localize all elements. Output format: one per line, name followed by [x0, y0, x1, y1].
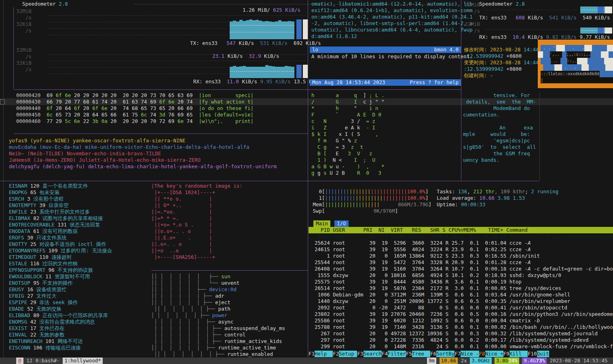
- ssh-randomart-pane: |The key's randomart image is: |+---[DSA…: [151, 183, 243, 260]
- htop-tab-io[interactable]: I/O: [334, 220, 349, 227]
- tx-stats-line-right: TX: ens33 608 KiB/s 541 KiB/s 540 KiB/s: [479, 15, 610, 21]
- fold-marker-icon[interactable]: −: [0, 99, 5, 104]
- rx-avg-bar: [296, 65, 302, 78]
- fn-key-f7[interactable]: F7: [454, 351, 461, 357]
- cmatrix-pane: h a q ] ; L ./ G I c j " "* h " i nF ` A…: [311, 92, 385, 176]
- status-item[interactable]: @: [16, 358, 23, 364]
- ansi-art-image: . . ':kd . .',..;,,:c::;,....::,. . .:::…: [538, 40, 613, 88]
- rx-max-bar: [303, 65, 308, 78]
- status-item[interactable]: 12: [26, 358, 32, 364]
- pane-separator-horizontal-4: [151, 270, 308, 271]
- fn-label-f7[interactable]: Nice -: [461, 351, 479, 357]
- speedometer-left-title: Speedometer 2.8: [22, 1, 68, 7]
- bmon-help-hint[interactable]: Press ? for help: [410, 79, 459, 86]
- fn-label-f5[interactable]: Tree: [412, 351, 430, 357]
- htop-tab-main[interactable]: Main: [313, 220, 330, 227]
- pane-border: [13, 7, 14, 89]
- errno-pane: EISNAM 120 是一个有名类型文件ENOPKG 65 包未安装ESRCH …: [9, 183, 112, 351]
- htop-process-table[interactable]: 2298 root 20 0 52944 47924 3020 R 28.1 1…: [309, 233, 613, 350]
- byobu-status-bar: @ 12 0:bash#- 1:hollywood* 9m 10.66 2x 3…: [0, 358, 613, 364]
- stat-info-pane: 修改时间: 2023-08-28 14:44:12.539999942 +080…: [464, 47, 539, 79]
- status-item[interactable]: 1:hollywood*: [63, 358, 102, 364]
- fn-label-f9[interactable]: Kill: [509, 351, 528, 357]
- status-item: 2x: [461, 358, 467, 364]
- fn-key-f3[interactable]: F3: [357, 351, 363, 357]
- pane-separator-horizontal-1: [14, 89, 461, 90]
- speedometer-right-title: Speedometer 2.8: [479, 1, 525, 7]
- bmon-header-bar: lo bmon 4.0: [310, 47, 461, 53]
- fn-key-f5[interactable]: F5: [406, 351, 412, 357]
- status-item: 2023-08-28 14:53:45: [550, 358, 607, 364]
- status-item: 3.8G24%: [495, 358, 519, 364]
- htop-meters: 0[|||||||||||||||||||||||||||100.0%] 1[|…: [310, 188, 431, 214]
- speedo-right-axis-rx: 32MiB /s: [464, 21, 480, 34]
- left-gutter-line: [3, 0, 4, 358]
- status-item: 10.66: [440, 358, 458, 364]
- fn-label-f4[interactable]: Filter: [388, 351, 406, 357]
- fn-key-f2[interactable]: F2: [333, 351, 339, 357]
- speedo-right-axis-tx: 32MiB /s: [464, 2, 480, 15]
- apt-output-pane: omatic), libatomic1:amd64 (12.2.0-14, au…: [311, 1, 473, 40]
- bmon-interface: lo: [312, 47, 318, 53]
- fn-label-f2[interactable]: Setup: [339, 351, 357, 357]
- pane-separator-vertical-1: [308, 0, 308, 358]
- htop-summary: Tasks: 136, 212 thr, 109 kthr; 2 running…: [437, 188, 558, 208]
- pane-separator-horizontal-3: [0, 181, 539, 181]
- rx-stats-line: RX: ens33 11.0 KiB/s 9.95 KiB/s 13.5 KiB…: [193, 78, 324, 85]
- status-item: 9.4G73%: [522, 358, 547, 364]
- fn-key-f10[interactable]: F10: [528, 351, 537, 357]
- byobu-status-items: 9m 10.66 2x 3.0GHz 3.8G24% 9.4G73% 2023-…: [427, 358, 611, 364]
- tmux-window-list[interactable]: @ 12 0:bash#- 1:hollywood*: [16, 358, 106, 364]
- bmon-status-bar: Mon Aug 28 14:53:44 2023 Press ? for hel…: [310, 79, 461, 86]
- tx-avg-bar: [296, 19, 302, 39]
- status-item: 3.0GHz: [470, 358, 491, 364]
- tx-stats-line: TX: ens33 547 KiB/s 531 KiB/s 692 KiB/s: [190, 40, 321, 47]
- terminal-screen: − Speedometer 2.8 32MiB/s32KiB/s 32MiB/s…: [0, 0, 613, 364]
- status-item[interactable]: 0:bash#-: [36, 358, 60, 364]
- fn-label-f8[interactable]: Nice +: [485, 351, 503, 357]
- tx-graph: [230, 19, 294, 39]
- fn-key-f6[interactable]: F6: [430, 351, 436, 357]
- bmon-body: A minimum of 10 lines is required to dis…: [311, 53, 473, 60]
- fn-key-f1[interactable]: F1: [309, 351, 315, 357]
- status-item: 9m: [427, 358, 436, 364]
- tree-pane: ││ │ │ │ │ │ ├── sun││ │ │ │ │ │ └── uev…: [151, 273, 285, 358]
- htop-function-bar[interactable]: F1Help F2Setup F3SearchF4FilterF5Tree F6…: [309, 351, 613, 357]
- bmon-date: Mon Aug 28 14:53:44 2023: [312, 79, 385, 86]
- tx-max-bar: [303, 19, 308, 39]
- speedo-left-peak-readout: 1.26 MiB/ 625 KiB/s: [243, 7, 300, 13]
- rx-peak-readout: 23.1 KiB/s 32.9 KiB/s: [212, 53, 279, 59]
- bmon-version: bmon 4.0: [434, 47, 459, 53]
- speedo-left-axis-tx: 32MiB/s32KiB/s: [15, 8, 32, 34]
- hexdump-pane: 00000420 69 6f 6e 20 20 20 20 20 20 20 2…: [16, 92, 254, 125]
- pane-separator-horizontal-2: [14, 133, 308, 134]
- fn-label-f3[interactable]: Search: [364, 351, 382, 357]
- fn-key-f4[interactable]: F4: [382, 351, 388, 357]
- phonetic-pane: yofas9 (yof-as-NINE) yankee-oscar-foxtro…: [9, 138, 277, 170]
- fn-key-f8[interactable]: F8: [479, 351, 485, 357]
- fn-label-f6[interactable]: SortBy: [436, 351, 454, 357]
- speedo-left-axis-rx: 32MiB/s32KiB/s: [15, 47, 32, 73]
- fn-label-f1[interactable]: Help: [315, 351, 333, 357]
- pane-separator-vertical-3: [539, 92, 540, 180]
- fn-label-f10[interactable]: Quit: [537, 351, 549, 357]
- fn-key-f9[interactable]: F9: [503, 351, 509, 357]
- manpage-pane: tensive. For details, see the MM- ModemB…: [463, 92, 536, 163]
- htop-table-header[interactable]: PID USER PRI NI VIRT RES SHR S CPU%▽MEM%…: [309, 227, 613, 233]
